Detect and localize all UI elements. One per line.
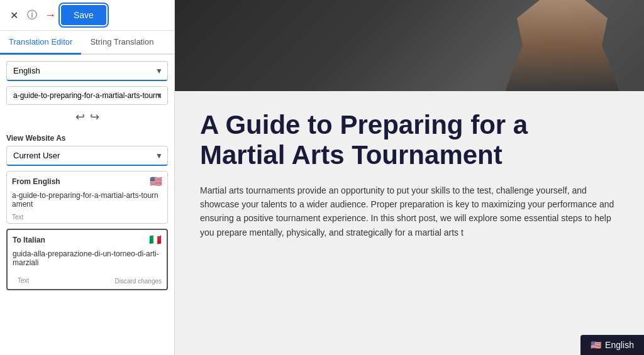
panel-content: English Italian French ▼ a-guide-to-prep… [0, 55, 174, 297]
view-website-as-label: View Website As [6, 134, 168, 143]
hero-image [175, 0, 644, 91]
redo-button[interactable]: ↪ [90, 110, 99, 124]
slug-select[interactable]: a-guide-to-preparing-for-a-martial-arts-… [6, 86, 168, 105]
english-badge[interactable]: 🇺🇸 English [580, 335, 644, 355]
from-english-header: From English 🇺🇸 [7, 172, 167, 188]
save-button[interactable]: Save [61, 5, 106, 25]
language-select[interactable]: English Italian French [6, 61, 168, 81]
from-english-label: From English [12, 177, 60, 186]
to-italian-label: To Italian [13, 236, 45, 244]
from-english-section: From English 🇺🇸 a-guide-to-preparing-for… [6, 171, 168, 224]
discard-changes-link[interactable]: Discard changes [115, 278, 162, 285]
to-italian-section: To Italian 🇮🇹 Text Discard changes [6, 229, 168, 290]
tab-bar: Translation Editor String Translation [0, 31, 174, 55]
from-english-field-type: Text [7, 212, 167, 223]
tab-string-translation[interactable]: String Translation [81, 31, 162, 55]
badge-flag-icon: 🇺🇸 [591, 340, 601, 350]
undo-button[interactable]: ↩ [75, 110, 85, 124]
right-area: A Guide to Preparing for a Martial Arts … [175, 0, 644, 355]
top-bar: ✕ ⓘ → Save [0, 0, 174, 31]
it-flag-icon: 🇮🇹 [149, 234, 162, 246]
from-english-value: a-guide-to-preparing-for-a-martial-arts-… [7, 188, 167, 212]
article-title: A Guide to Preparing for a Martial Arts … [200, 110, 619, 171]
view-as-select[interactable]: Current User Guest Admin [6, 146, 168, 166]
view-as-select-wrapper: Current User Guest Admin ▼ [6, 146, 168, 166]
view-website-as-section: View Website As Current User Guest Admin… [6, 130, 168, 166]
close-button[interactable]: ✕ [6, 8, 22, 23]
arrow-indicator-icon: → [45, 9, 56, 22]
tab-translation-editor[interactable]: Translation Editor [0, 31, 81, 55]
language-select-wrapper: English Italian French ▼ [6, 61, 168, 81]
hero-figure [506, 0, 619, 91]
us-flag-icon: 🇺🇸 [150, 175, 162, 187]
badge-label: English [605, 340, 634, 350]
article-body: Martial arts tournaments provide an oppo… [200, 183, 619, 240]
content-section: A Guide to Preparing for a Martial Arts … [175, 91, 644, 355]
to-italian-textarea[interactable] [8, 247, 167, 272]
to-italian-footer: Text Discard changes [8, 275, 167, 289]
slug-select-wrapper: a-guide-to-preparing-for-a-martial-arts-… [6, 86, 168, 105]
undo-redo-bar: ↩ ↪ [6, 110, 168, 124]
left-panel: ✕ ⓘ → Save Translation Editor String Tra… [0, 0, 175, 355]
to-italian-header: To Italian 🇮🇹 [8, 230, 167, 247]
to-italian-field-type: Text [13, 276, 34, 287]
info-button[interactable]: ⓘ [27, 9, 37, 22]
